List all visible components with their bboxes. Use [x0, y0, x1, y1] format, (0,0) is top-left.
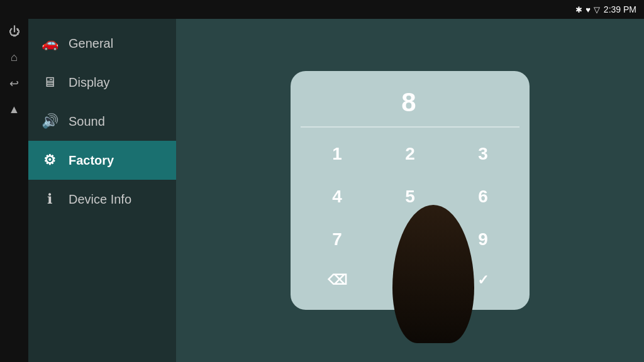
sidebar-item-sound[interactable]: 🔊 Sound — [28, 102, 176, 141]
key-4[interactable]: 4 — [301, 175, 374, 218]
wifi-icon: ▽ — [594, 5, 600, 14]
display-label: Display — [69, 75, 110, 90]
status-time: 2:39 PM — [604, 4, 636, 14]
key-6[interactable]: 6 — [447, 175, 519, 218]
status-bar: ✱ ♥ ▽ 2:39 PM — [0, 0, 644, 19]
key-backspace[interactable]: ⌫ — [301, 261, 374, 300]
bluetooth-icon: ✱ — [575, 5, 582, 14]
key-empty-1 — [374, 218, 447, 261]
key-3[interactable]: 3 — [447, 133, 519, 175]
sidebar: 🚗 General 🖥 Display 🔊 Sound ⚙ Factory ℹ … — [28, 19, 176, 362]
sound-label: Sound — [69, 114, 105, 129]
main-content: 8 1 2 3 4 5 6 7 9 ⌫ ✓ — [176, 19, 644, 362]
sound-icon: 🔊 — [41, 113, 58, 129]
main-wrapper: 8 1 2 3 4 5 6 7 9 ⌫ ✓ — [176, 19, 644, 362]
sidebar-item-device-info[interactable]: ℹ Device Info — [28, 180, 176, 219]
key-1[interactable]: 1 — [301, 133, 374, 175]
back-icon[interactable]: ↩ — [9, 77, 19, 90]
display-icon: 🖥 — [41, 74, 58, 90]
sidebar-item-display[interactable]: 🖥 Display — [28, 63, 176, 102]
factory-label: Factory — [69, 153, 114, 168]
key-2[interactable]: 2 — [374, 133, 447, 175]
volume-icon[interactable]: ▲ — [9, 103, 20, 116]
home-icon[interactable]: ⌂ — [11, 51, 18, 64]
info-icon: ℹ — [41, 191, 58, 207]
pin-display: 8 — [301, 81, 519, 128]
status-icons: ✱ ♥ ▽ — [575, 5, 600, 14]
key-7[interactable]: 7 — [301, 218, 374, 261]
key-5[interactable]: 5 — [374, 175, 447, 218]
icon-bar: ⏻ ⌂ ↩ ▲ — [0, 19, 28, 362]
location-icon: ♥ — [586, 5, 591, 14]
keypad: 1 2 3 4 5 6 7 9 ⌫ ✓ — [301, 133, 519, 300]
key-9[interactable]: 9 — [447, 218, 519, 261]
factory-icon: ⚙ — [41, 152, 58, 168]
key-confirm[interactable]: ✓ — [447, 261, 519, 300]
sidebar-item-general[interactable]: 🚗 General — [28, 24, 176, 63]
key-empty-2 — [374, 261, 447, 300]
sidebar-item-factory[interactable]: ⚙ Factory — [28, 141, 176, 180]
general-label: General — [69, 36, 113, 51]
power-icon[interactable]: ⏻ — [9, 25, 20, 38]
general-icon: 🚗 — [41, 35, 58, 52]
device-info-label: Device Info — [69, 192, 131, 207]
pin-dialog: 8 1 2 3 4 5 6 7 9 ⌫ ✓ — [291, 71, 530, 310]
